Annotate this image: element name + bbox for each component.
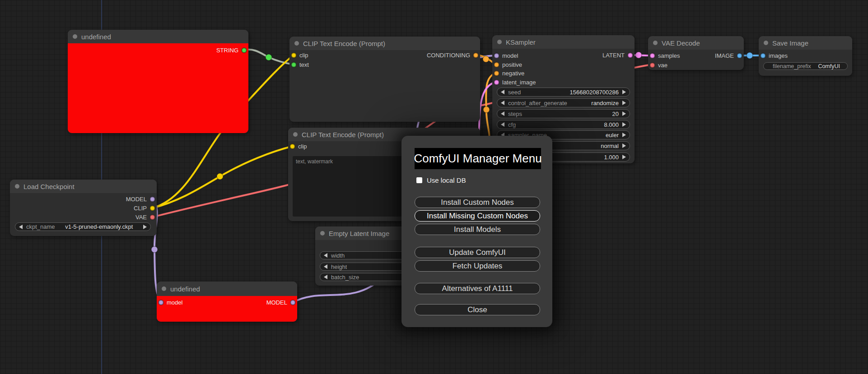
node-title-bar[interactable]: CLIP Text Encode (Prompt) [289,37,480,50]
port-label: MODEL [126,196,147,203]
port-label: VAE [135,214,147,221]
decrement-arrow-icon[interactable] [324,275,327,279]
widget-steps[interactable]: steps 20 [497,109,630,118]
widget-control-after-generate[interactable]: control_after_generate randomize [497,98,630,107]
image-port-icon[interactable] [761,53,765,58]
conditioning-port-icon[interactable] [494,62,499,67]
install-models-button[interactable]: Install Models [415,224,540,235]
model-port-icon[interactable] [290,300,295,305]
link-dot-clip2[interactable] [217,173,223,180]
input-text: text [291,61,309,68]
collapse-dot-icon[interactable] [320,231,325,235]
increment-arrow-icon[interactable] [622,101,626,105]
increment-arrow-icon[interactable] [622,143,626,148]
widget-value: euler [606,132,619,139]
decrement-arrow-icon[interactable] [501,101,504,105]
increment-arrow-icon[interactable] [622,155,626,159]
string-port-icon[interactable] [242,48,247,53]
update-comfyui-button[interactable]: Update ComfyUI [415,247,540,258]
image-port-icon[interactable] [737,53,742,58]
link-dot-cond2[interactable] [483,106,490,113]
port-label: CLIP [134,205,147,212]
fetch-updates-button[interactable]: Fetch Updates [415,260,540,272]
node-vae-decode[interactable]: VAE Decode samples vae IMAGE [648,36,744,70]
clip-port-icon[interactable] [290,144,295,149]
input-samples: samples [650,52,680,59]
node-clip-text-encode-1[interactable]: CLIP Text Encode (Prompt) clip text COND… [289,37,480,122]
latent-port-icon[interactable] [494,80,499,85]
close-button[interactable]: Close [415,304,540,315]
link-dot-image[interactable] [747,52,753,59]
node-title: undefined [81,33,111,41]
output-model: MODEL [126,195,155,203]
decrement-arrow-icon[interactable] [324,253,327,258]
conditioning-port-icon[interactable] [473,53,478,58]
dialog-title: ComfyUI Manager Menu [415,148,541,169]
latent-port-icon[interactable] [650,53,655,58]
decrement-arrow-icon[interactable] [19,225,23,229]
use-local-db-row[interactable]: Use local DB [416,176,466,184]
port-label: samples [658,52,680,59]
widget-ckpt-name[interactable]: ckpt_name v1-5-pruned-emaonly.ckpt [15,222,151,231]
collapse-dot-icon[interactable] [764,41,768,45]
widget-value: 1.000 [604,154,619,161]
widget-value: normal [601,143,619,149]
node-title-bar[interactable]: undefined [68,30,248,43]
link-dot-latent[interactable] [635,52,642,58]
increment-arrow-icon[interactable] [622,111,626,116]
alternatives-of-a1111-button[interactable]: Alternatives of A1111 [415,283,540,294]
widget-filename-prefix[interactable]: filename_prefix ComfyUI [763,62,848,70]
link-dot-model[interactable] [151,246,158,253]
increment-arrow-icon[interactable] [143,225,147,229]
clip-port-icon[interactable] [150,206,155,211]
node-undefined-top[interactable]: undefined STRING [68,30,248,133]
node-title-bar[interactable]: KSampler [492,35,635,49]
node-load-checkpoint[interactable]: Load Checkpoint MODEL CLIP VAE ckpt_name… [10,180,157,236]
node-title-bar[interactable]: undefined [157,282,297,296]
decrement-arrow-icon[interactable] [324,264,327,269]
widget-cfg[interactable]: cfg 8.000 [497,120,630,129]
port-label: clip [298,143,307,150]
node-title-bar[interactable]: Save Image [759,36,852,50]
link-dot-string[interactable] [266,54,272,60]
widget-seed[interactable]: seed 156680208700286 [497,88,630,97]
model-port-icon[interactable] [159,300,163,305]
collapse-dot-icon[interactable] [293,132,298,137]
clip-port-icon[interactable] [291,53,296,58]
widget-value: v1-5-pruned-emaonly.ckpt [65,223,133,230]
collapse-dot-icon[interactable] [73,34,77,39]
node-title-bar[interactable]: VAE Decode [648,36,744,50]
install-custom-nodes-button[interactable]: Install Custom Nodes [415,197,540,208]
widget-label: cfg [508,121,516,128]
collapse-dot-icon[interactable] [653,41,658,45]
collapse-dot-icon[interactable] [15,184,19,189]
decrement-arrow-icon[interactable] [501,90,504,94]
vae-port-icon[interactable] [150,215,155,220]
link-dot-cond1[interactable] [483,56,489,62]
decrement-arrow-icon[interactable] [501,122,504,127]
collapse-dot-icon[interactable] [497,40,502,44]
model-port-icon[interactable] [494,53,499,58]
decrement-arrow-icon[interactable] [501,111,504,116]
node-editor-canvas[interactable]: undefined STRING CLIP Text Encode (Promp… [0,0,868,374]
install-missing-custom-nodes-button[interactable]: Install Missing Custom Nodes [415,210,540,222]
string-port-icon[interactable] [291,62,296,67]
increment-arrow-icon[interactable] [622,122,626,127]
node-title: undefined [170,285,200,293]
increment-arrow-icon[interactable] [622,133,626,137]
input-vae: vae [650,61,667,69]
node-title: VAE Decode [662,39,700,47]
increment-arrow-icon[interactable] [622,90,626,94]
vae-port-icon[interactable] [650,63,655,68]
node-undefined-bottom[interactable]: undefined model MODEL [157,282,297,322]
latent-port-icon[interactable] [628,53,633,58]
widget-label: ckpt_name [26,223,55,230]
use-local-db-checkbox[interactable] [416,177,422,183]
node-save-image[interactable]: Save Image images filename_prefix ComfyU… [759,36,852,76]
conditioning-port-icon[interactable] [494,71,499,76]
node-title: Load Checkpoint [23,183,75,190]
model-port-icon[interactable] [150,197,155,202]
collapse-dot-icon[interactable] [294,41,299,46]
node-title-bar[interactable]: Load Checkpoint [10,180,157,193]
collapse-dot-icon[interactable] [162,286,166,291]
